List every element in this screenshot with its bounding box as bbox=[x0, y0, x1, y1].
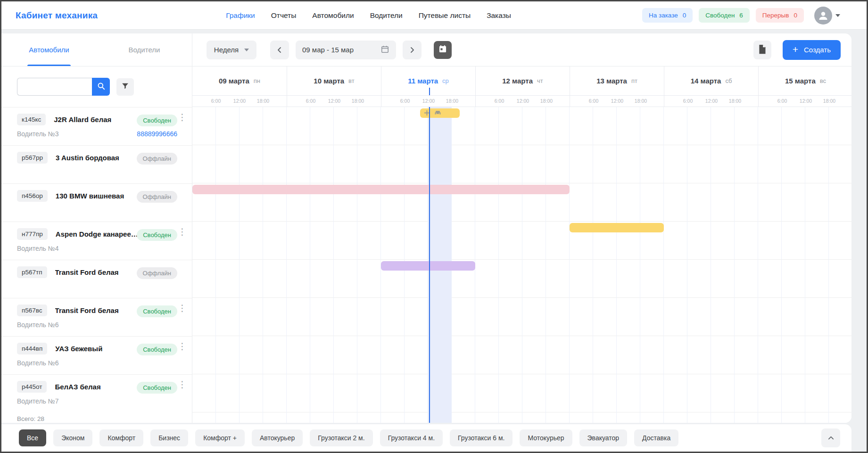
schedule-bar[interactable] bbox=[192, 185, 570, 194]
day-header: 11 мартаср bbox=[381, 66, 475, 95]
filter-chip[interactable]: Мотокурьер bbox=[520, 429, 572, 446]
hour-label: 6:00 bbox=[777, 98, 787, 104]
kebab-menu-button[interactable]: ⋮ bbox=[177, 379, 188, 390]
kebab-menu-button[interactable]: ⋮ bbox=[177, 112, 188, 123]
vehicle-row[interactable]: к145ксJ2R Allard белаяСвободен⋮Водитель … bbox=[1, 107, 192, 146]
day-header: 13 мартапт bbox=[570, 66, 664, 95]
export-document-button[interactable] bbox=[753, 41, 771, 59]
day-weekday-label: чт bbox=[537, 77, 543, 84]
filter-chip-label: Автокурьер bbox=[260, 434, 295, 442]
schedule-timeline: 09 мартапн10 мартавт11 мартаср12 мартачт… bbox=[192, 66, 851, 423]
active-tab-underline bbox=[27, 65, 71, 66]
nav-item-waybills[interactable]: Путевые листы bbox=[419, 11, 471, 20]
vehicle-row-sub-line: Водитель №4 bbox=[17, 245, 192, 252]
search-button[interactable] bbox=[92, 78, 110, 96]
nav-item-vehicles[interactable]: Автомобили bbox=[312, 11, 354, 20]
chevron-right-icon bbox=[408, 46, 416, 54]
content-card: АвтомобилиВодители Неделя 09 мар - 15 ма… bbox=[1, 33, 851, 423]
nav-item-charts[interactable]: Графики bbox=[226, 11, 255, 20]
filter-button[interactable] bbox=[116, 78, 134, 96]
filter-chip[interactable]: Доставка bbox=[634, 429, 678, 446]
vehicle-row[interactable]: п567всTransit Ford белаяСвободен⋮Водител… bbox=[1, 298, 192, 337]
vehicle-row[interactable]: р567тпTransit Ford белаяОффлайн bbox=[1, 260, 192, 298]
search-input[interactable] bbox=[17, 78, 92, 96]
chevron-down-icon bbox=[244, 49, 249, 51]
next-week-button[interactable] bbox=[403, 41, 422, 59]
filter-chip[interactable]: Эвакуатор bbox=[579, 429, 628, 446]
schedule-bar[interactable] bbox=[381, 261, 475, 271]
kebab-menu-button[interactable]: ⋮ bbox=[177, 303, 188, 313]
hour-label: 18:00 bbox=[729, 98, 741, 104]
status-badge-break[interactable]: Перерыв0 bbox=[756, 8, 804, 23]
status-badge-free[interactable]: Свободен6 bbox=[699, 8, 750, 23]
schedule-bar[interactable] bbox=[420, 108, 459, 118]
current-time-line bbox=[429, 107, 430, 423]
filter-chip[interactable]: Бизнес bbox=[150, 429, 188, 446]
document-icon bbox=[758, 44, 767, 56]
create-button[interactable]: + Создать bbox=[783, 40, 841, 60]
kebab-menu-button[interactable]: ⋮ bbox=[177, 341, 188, 352]
status-badge-on-order[interactable]: На заказе0 bbox=[642, 8, 693, 23]
current-time-tick bbox=[429, 88, 430, 95]
timeline-grid[interactable] bbox=[192, 107, 851, 423]
vehicle-row[interactable]: р445отБелАЗ белаяСвободен⋮Водитель №7 bbox=[1, 375, 192, 413]
filter-chip[interactable]: Грузотакси 2 м. bbox=[310, 429, 372, 446]
filter-chip-label: Комфорт + bbox=[203, 434, 237, 442]
day-date-label: 09 марта bbox=[219, 77, 249, 85]
hour-label: 12:00 bbox=[705, 98, 718, 104]
vehicle-row[interactable]: п444впУАЗ бежевыйСвободен⋮Водитель №6 bbox=[1, 337, 192, 375]
hour-scale-cell: 6:0012:0018:00 bbox=[758, 96, 851, 107]
vehicle-plate-badge: п567вс bbox=[17, 305, 47, 316]
day-date-label: 15 марта bbox=[785, 77, 816, 85]
nav-item-reports[interactable]: Отчеты bbox=[271, 11, 297, 20]
hour-label: 18:00 bbox=[823, 98, 835, 104]
tab-vehicles[interactable]: Автомобили bbox=[1, 33, 97, 66]
driver-phone-link[interactable]: 88889996666 bbox=[137, 130, 177, 138]
today-button[interactable] bbox=[434, 41, 452, 59]
filter-chip[interactable]: Автокурьер bbox=[252, 429, 303, 446]
vehicle-row[interactable]: н777прAspen Dodge канарее…Свободен⋮Водит… bbox=[1, 222, 192, 260]
vehicle-plate-badge: к145кс bbox=[17, 114, 46, 125]
prev-week-button[interactable] bbox=[270, 41, 289, 59]
vehicle-name: Aspen Dodge канарее… bbox=[56, 230, 138, 238]
vehicle-row-sub-line: Водитель №7 bbox=[17, 397, 192, 405]
vehicle-row-sub-line: Водитель №388889996666 bbox=[17, 130, 192, 138]
vehicle-name: 3 Austin бордовая bbox=[56, 154, 119, 162]
filter-chip[interactable]: Все bbox=[19, 429, 46, 446]
vehicle-name: J2R Allard белая bbox=[54, 115, 111, 124]
tab-drivers[interactable]: Водители bbox=[97, 33, 192, 66]
hour-label: 12:00 bbox=[328, 98, 340, 104]
filter-chip-label: Доставка bbox=[642, 434, 670, 442]
nav-item-orders[interactable]: Заказы bbox=[487, 11, 511, 20]
filter-chip[interactable]: Комфорт bbox=[99, 429, 143, 446]
calendar-today-icon bbox=[438, 44, 447, 55]
period-select[interactable]: Неделя bbox=[207, 41, 256, 59]
hour-scale-cell: 6:0012:0018:00 bbox=[570, 96, 664, 107]
tab-label: Водители bbox=[129, 46, 160, 54]
day-date-label: 13 марта bbox=[596, 77, 627, 85]
filter-chip-label: Грузотакси 4 м. bbox=[388, 434, 435, 442]
vehicle-status-badge: Оффлайн bbox=[137, 267, 177, 279]
filter-chip[interactable]: Эконом bbox=[53, 429, 92, 446]
vehicle-row[interactable]: п456ор130 BMW вишневаяОффлайн bbox=[1, 184, 192, 222]
category-chips: ВсеЭкономКомфортБизнесКомфорт +Автокурье… bbox=[19, 429, 678, 446]
collapse-button[interactable] bbox=[821, 428, 840, 447]
hour-label: 6:00 bbox=[306, 98, 315, 104]
nav-item-drivers[interactable]: Водители bbox=[370, 11, 403, 20]
date-range-button[interactable]: 09 мар - 15 мар bbox=[296, 41, 396, 59]
filter-chip[interactable]: Грузотакси 6 м. bbox=[450, 429, 513, 446]
schedule-bar[interactable] bbox=[570, 223, 664, 232]
vehicle-name: БелАЗ белая bbox=[55, 383, 100, 391]
day-header-band: 09 мартапн10 мартавт11 мартаср12 мартачт… bbox=[192, 66, 851, 96]
driver-label: Водитель №6 bbox=[17, 359, 59, 367]
hour-scale-cell: 6:0012:0018:00 bbox=[381, 96, 475, 107]
driver-label: Водитель №6 bbox=[17, 321, 59, 329]
avatar-button[interactable] bbox=[814, 7, 840, 25]
driver-label: Водитель №7 bbox=[17, 397, 59, 405]
kebab-menu-button[interactable]: ⋮ bbox=[177, 226, 188, 237]
filter-chip[interactable]: Комфорт + bbox=[195, 429, 245, 446]
filter-chip-label: Бизнес bbox=[158, 434, 180, 442]
status-badge-value: 0 bbox=[683, 12, 686, 19]
filter-chip[interactable]: Грузотакси 4 м. bbox=[380, 429, 443, 446]
vehicle-row[interactable]: р567рр3 Austin бордоваяОффлайн bbox=[1, 146, 192, 184]
